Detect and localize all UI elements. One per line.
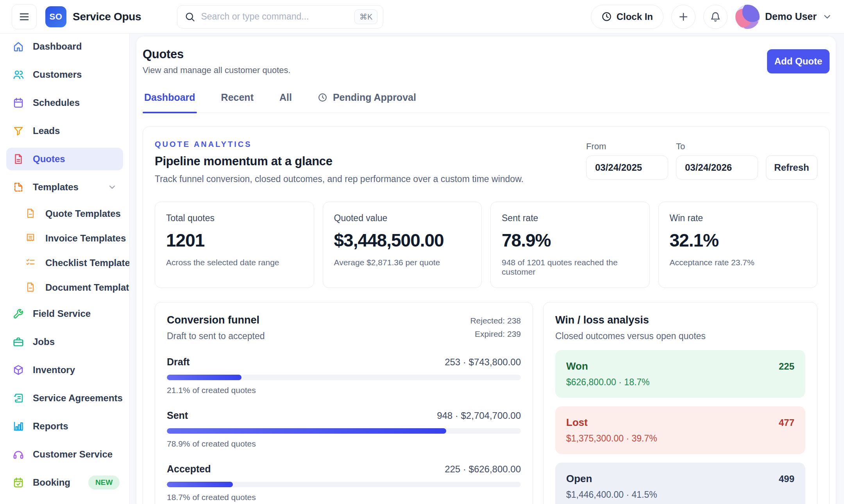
home-icon <box>13 41 24 52</box>
progress-track <box>167 428 521 434</box>
page-title: Quotes <box>143 47 830 61</box>
funnel-title: Conversion funnel <box>167 314 265 326</box>
section-subtitle: Track funnel conversion, closed outcomes… <box>155 174 524 184</box>
brand-logo: SO <box>45 6 66 27</box>
sidebar-item-jobs[interactable]: Jobs <box>6 331 123 353</box>
page-subtitle: View and manage all customer quotes. <box>143 65 830 75</box>
clock-icon <box>318 93 327 102</box>
progress-track <box>167 375 521 380</box>
progress-fill <box>167 482 233 487</box>
win-loss-card: Win / loss analysis Closed outcomes vers… <box>543 302 817 504</box>
sidebar-item-leads[interactable]: Leads <box>6 120 123 142</box>
calendar-check-icon <box>13 477 24 488</box>
funnel-row-accepted: Accepted 225 · $626,800.00 18.7% of crea… <box>167 463 521 502</box>
bell-icon <box>710 11 721 22</box>
clock-in-button[interactable]: Clock In <box>591 5 663 29</box>
date-range-controls: From To Refresh <box>586 140 817 180</box>
winloss-row-open: Open 499 $1,446,400.00 · 41.5% <box>555 463 805 504</box>
stat-win-rate: Win rate 32.1% Acceptance rate 23.7% <box>658 202 818 288</box>
progress-fill <box>167 375 241 380</box>
sidebar-item-booking[interactable]: Booking NEW <box>6 471 123 494</box>
refresh-button[interactable]: Refresh <box>766 155 817 180</box>
quote-file-icon <box>13 153 24 165</box>
main-content: Quotes View and manage all customer quot… <box>130 34 844 504</box>
top-header: SO Service Opus ⌘K Clock In Demo Us <box>0 0 844 34</box>
stat-total-quotes: Total quotes 1201 Across the selected da… <box>155 202 314 288</box>
scroll-icon <box>13 392 24 404</box>
winloss-subtitle: Closed outcomes versus open quotes <box>555 331 805 341</box>
global-search[interactable]: ⌘K <box>177 5 383 29</box>
sidebar-item-checklist-templates[interactable]: Checklist Templates <box>6 253 123 273</box>
expired-count: Expired: 239 <box>470 327 521 341</box>
template-file-icon <box>13 181 24 193</box>
sidebar: Dashboard Customers Schedules Leads Quot <box>0 34 130 504</box>
sidebar-item-dashboard[interactable]: Dashboard <box>6 35 123 58</box>
winloss-row-won: Won 225 $626,800.00 · 18.7% <box>555 350 805 398</box>
plus-icon <box>678 11 689 23</box>
tab-recent[interactable]: Recent <box>220 92 255 113</box>
sidebar-item-templates[interactable]: Templates <box>6 176 123 198</box>
sidebar-item-field-service[interactable]: Field Service <box>6 302 123 325</box>
sidebar-item-invoice-templates[interactable]: Invoice Templates <box>6 229 123 248</box>
briefcase-icon <box>13 336 24 348</box>
receipt-icon <box>25 232 37 244</box>
box-icon <box>13 364 24 376</box>
winloss-row-lost: Lost 477 $1,375,300.00 · 39.7% <box>555 406 805 454</box>
brand-name: Service Opus <box>73 11 141 23</box>
users-icon <box>13 69 24 80</box>
sidebar-item-schedules[interactable]: Schedules <box>6 91 123 114</box>
menu-toggle-button[interactable] <box>12 4 37 29</box>
bar-chart-icon <box>13 420 24 432</box>
brand[interactable]: SO Service Opus <box>45 6 141 27</box>
funnel-subtitle: Draft to sent to accepted <box>167 331 265 341</box>
sidebar-item-inventory[interactable]: Inventory <box>6 359 123 381</box>
wrench-icon <box>13 308 24 320</box>
quick-add-button[interactable] <box>671 5 696 29</box>
to-label: To <box>676 141 758 152</box>
sidebar-item-customer-service[interactable]: Customer Service <box>6 443 123 466</box>
sidebar-item-document-templates[interactable]: Document Templates <box>6 278 123 297</box>
notifications-button[interactable] <box>703 5 728 29</box>
rejected-count: Rejected: 238 <box>470 314 521 327</box>
sidebar-item-customers[interactable]: Customers <box>6 63 123 86</box>
chevron-down-icon <box>107 182 117 192</box>
from-date-input[interactable] <box>586 155 668 180</box>
search-shortcut-hint: ⌘K <box>354 9 377 24</box>
sidebar-item-partial[interactable] <box>6 499 123 504</box>
stat-quoted-value: Quoted value $3,448,500.00 Average $2,87… <box>323 202 482 288</box>
search-input[interactable] <box>201 11 349 22</box>
sidebar-item-reports[interactable]: Reports <box>6 415 123 438</box>
sidebar-item-service-agreements[interactable]: Service Agreements <box>6 387 123 409</box>
quote-analytics-section: QUOTE ANALYTICS Pipeline momentum at a g… <box>143 126 830 504</box>
from-label: From <box>586 141 668 152</box>
file-icon <box>25 208 37 220</box>
avatar <box>735 5 760 29</box>
sidebar-item-quotes[interactable]: Quotes <box>6 148 123 170</box>
add-quote-button[interactable]: Add Quote <box>767 49 830 73</box>
checklist-icon <box>25 257 37 269</box>
tab-bar: Dashboard Recent All Pending Approval <box>143 92 830 113</box>
funnel-meta: Rejected: 238 Expired: 239 <box>470 314 521 341</box>
document-icon <box>25 282 37 293</box>
chevron-down-icon <box>822 12 832 22</box>
funnel-row-draft: Draft 253 · $743,800.00 21.1% of created… <box>167 356 521 395</box>
quotes-panel: Quotes View and manage all customer quot… <box>136 36 836 504</box>
stat-cards: Total quotes 1201 Across the selected da… <box>155 202 817 288</box>
section-title: Pipeline momentum at a glance <box>155 154 524 168</box>
funnel-icon <box>13 125 24 137</box>
sidebar-item-quote-templates[interactable]: Quote Templates <box>6 204 123 223</box>
tab-pending-approval[interactable]: Pending Approval <box>316 92 418 113</box>
stat-sent-rate: Sent rate 78.9% 948 of 1201 quotes reach… <box>490 202 650 288</box>
to-date-input[interactable] <box>676 155 758 180</box>
user-menu[interactable]: Demo User <box>735 5 832 29</box>
user-name: Demo User <box>765 11 817 22</box>
tab-all[interactable]: All <box>278 92 293 113</box>
clock-in-label: Clock In <box>617 11 653 22</box>
funnel-row-sent: Sent 948 · $2,704,700.00 78.9% of create… <box>167 410 521 449</box>
progress-track <box>167 482 521 487</box>
hamburger-icon <box>18 11 30 23</box>
section-eyebrow: QUOTE ANALYTICS <box>155 140 524 149</box>
headset-icon <box>13 449 24 460</box>
tab-dashboard[interactable]: Dashboard <box>143 92 197 113</box>
conversion-funnel-card: Conversion funnel Draft to sent to accep… <box>155 302 533 504</box>
